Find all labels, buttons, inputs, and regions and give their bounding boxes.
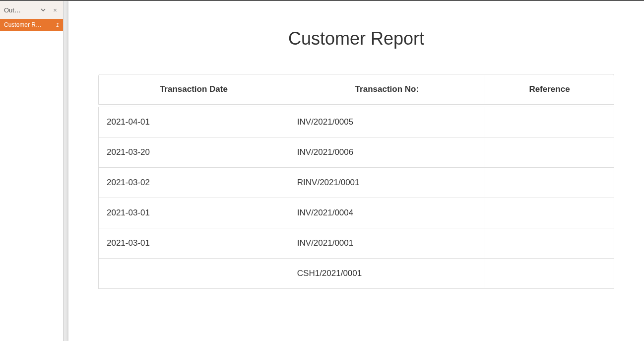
cell-no: RINV/2021/0001 [289,168,485,198]
table-header-row: Transaction Date Transaction No: Referen… [98,74,614,105]
sidebar-body [0,31,63,341]
column-header-no: Transaction No: [289,74,485,105]
cell-date: 2021-03-01 [98,198,289,228]
cell-ref [485,168,614,198]
sidebar-tab-count: 1 [56,22,59,28]
cell-ref [485,198,614,228]
sidebar-header-label: Out… [4,6,37,14]
cell-date: 2021-03-01 [98,228,289,259]
report-table: Transaction Date Transaction No: Referen… [98,74,614,289]
table-row: 2021-03-01 INV/2021/0001 [98,228,614,259]
main-area: Customer Report Transaction Date Transac… [64,1,644,341]
sidebar-tab-customer-report[interactable]: Customer R… 1 [0,19,63,31]
report-title: Customer Report [98,1,614,74]
sidebar: Out… × Customer R… 1 [0,1,64,341]
close-icon[interactable]: × [51,6,59,14]
report-paper: Customer Report Transaction Date Transac… [68,1,644,341]
cell-no: INV/2021/0006 [289,137,485,168]
cell-date: 2021-04-01 [98,107,289,137]
table-row: 2021-04-01 INV/2021/0005 [98,107,614,137]
cell-no: INV/2021/0004 [289,198,485,228]
chevron-down-icon[interactable] [39,6,47,14]
app-container: Out… × Customer R… 1 Customer Report Tra… [0,1,644,341]
sidebar-header: Out… × [0,1,63,19]
table-row: 2021-03-02 RINV/2021/0001 [98,168,614,198]
cell-ref [485,259,614,289]
cell-no: INV/2021/0005 [289,107,485,137]
cell-date: 2021-03-20 [98,137,289,168]
table-row: 2021-03-01 INV/2021/0004 [98,198,614,228]
column-header-date: Transaction Date [98,74,289,105]
table-row: CSH1/2021/0001 [98,259,614,289]
cell-ref [485,107,614,137]
cell-ref [485,137,614,168]
cell-no: INV/2021/0001 [289,228,485,259]
sidebar-tab-label: Customer R… [4,21,54,28]
table-row: 2021-03-20 INV/2021/0006 [98,137,614,168]
cell-date [98,259,289,289]
cell-no: CSH1/2021/0001 [289,259,485,289]
column-header-ref: Reference [485,74,614,105]
cell-date: 2021-03-02 [98,168,289,198]
cell-ref [485,228,614,259]
